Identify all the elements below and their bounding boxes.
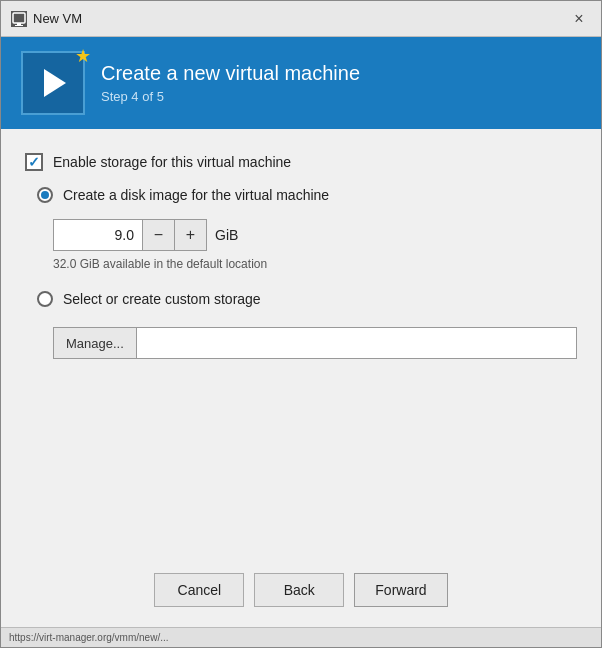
disk-available-label: 32.0 GiB available in the default locati… xyxy=(53,257,577,271)
create-disk-label: Create a disk image for the virtual mach… xyxy=(63,187,329,203)
disk-minus-button[interactable]: − xyxy=(143,219,175,251)
close-button[interactable]: × xyxy=(567,7,591,31)
star-icon: ★ xyxy=(75,45,91,67)
enable-storage-row: Enable storage for this virtual machine xyxy=(25,153,577,171)
svg-rect-0 xyxy=(13,13,25,23)
play-icon xyxy=(44,69,66,97)
enable-storage-checkbox[interactable] xyxy=(25,153,43,171)
disk-plus-button[interactable]: + xyxy=(175,219,207,251)
storage-path-input[interactable] xyxy=(137,327,577,359)
custom-storage-row: Select or create custom storage xyxy=(37,291,577,307)
header-band: ★ Create a new virtual machine Step 4 of… xyxy=(1,37,601,129)
vm-icon xyxy=(11,11,27,27)
title-bar: New VM × xyxy=(1,1,601,37)
content: Enable storage for this virtual machine … xyxy=(1,129,601,561)
custom-storage-radio[interactable] xyxy=(37,291,53,307)
header-text: Create a new virtual machine Step 4 of 5 xyxy=(101,62,360,104)
enable-storage-label: Enable storage for this virtual machine xyxy=(53,154,291,170)
footer: Cancel Back Forward xyxy=(1,561,601,627)
title-bar-title: New VM xyxy=(33,11,82,26)
title-bar-left: New VM xyxy=(11,11,82,27)
url-bar: https://virt-manager.org/vmm/new/... xyxy=(1,627,601,647)
disk-size-section: − + GiB 32.0 GiB available in the defaul… xyxy=(53,219,577,271)
svg-rect-2 xyxy=(15,25,23,26)
forward-button[interactable]: Forward xyxy=(354,573,447,607)
back-button[interactable]: Back xyxy=(254,573,344,607)
create-disk-radio[interactable] xyxy=(37,187,53,203)
svg-rect-1 xyxy=(17,23,21,25)
custom-storage-label: Select or create custom storage xyxy=(63,291,261,307)
cancel-button[interactable]: Cancel xyxy=(154,573,244,607)
disk-unit-label: GiB xyxy=(215,227,238,243)
url-text: https://virt-manager.org/vmm/new/... xyxy=(9,632,169,643)
window: New VM × ★ Create a new virtual machine … xyxy=(0,0,602,648)
disk-size-row: − + GiB xyxy=(53,219,577,251)
header-subtitle: Step 4 of 5 xyxy=(101,89,360,104)
content-spacer xyxy=(25,375,577,545)
disk-size-input[interactable] xyxy=(53,219,143,251)
create-disk-row: Create a disk image for the virtual mach… xyxy=(37,187,577,203)
header-title: Create a new virtual machine xyxy=(101,62,360,85)
header-icon-box: ★ xyxy=(21,51,85,115)
custom-storage-section: Manage... xyxy=(53,327,577,359)
manage-button[interactable]: Manage... xyxy=(53,327,137,359)
